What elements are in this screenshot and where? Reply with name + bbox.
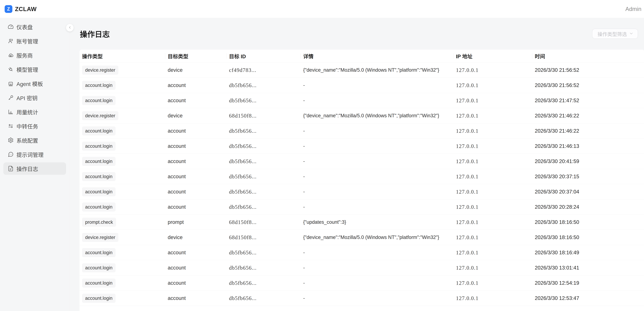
op-type-badge: device.register — [80, 66, 165, 75]
time-cell: 2026/3/30 21:47:52 — [532, 98, 644, 103]
time-cell: 2026/3/30 12:54:19 — [532, 280, 644, 286]
app-root: Z ZCLAW Admin 仪表盘账号管理服务商模型管理Agent 模板API … — [0, 0, 644, 311]
target-type-cell-text: account — [168, 128, 186, 134]
table-row: device.registerdevicecf49d783...{"device… — [80, 63, 644, 78]
op-type-badge: account.login — [80, 278, 165, 287]
user-menu[interactable]: Admin — [625, 6, 642, 12]
ip-cell-text: 127.0.0.1 — [456, 204, 478, 210]
sidebar-collapse-button[interactable] — [66, 24, 74, 32]
cloud-server-icon — [8, 52, 14, 58]
sidebar-item-服务商[interactable]: 服务商 — [3, 49, 66, 61]
content-header: 操作日志 操作类型筛选 — [70, 18, 644, 39]
sidebar-item-label: API 密钥 — [16, 94, 38, 102]
ip-cell-text: 127.0.0.1 — [456, 174, 478, 180]
ip-cell: 127.0.0.1 — [454, 189, 532, 195]
sidebar-item-仪表盘[interactable]: 仪表盘 — [3, 21, 66, 33]
time-cell-text: 2026/3/30 21:56:52 — [535, 82, 579, 88]
detail-cell: - — [300, 174, 454, 179]
sidebar-item-api-密钥[interactable]: API 密钥 — [3, 92, 66, 104]
target-type-cell: account — [165, 128, 226, 134]
table-body: device.registerdevicecf49d783...{"device… — [80, 63, 644, 306]
column-header: IP 地址 — [454, 50, 532, 62]
time-cell-text: 2026/3/30 21:46:13 — [535, 143, 579, 149]
detail-cell-text: - — [303, 128, 305, 134]
ip-cell-text: 127.0.0.1 — [456, 280, 478, 286]
target-type-cell: prompt — [165, 219, 226, 225]
ip-cell: 127.0.0.1 — [454, 173, 532, 180]
top-bar: Z ZCLAW Admin — [0, 0, 644, 18]
sidebar-item-label: 提示词管理 — [16, 151, 44, 158]
time-cell-text: 2026/3/30 12:53:47 — [535, 295, 579, 301]
page-title: 操作日志 — [80, 28, 110, 39]
target-id-cell-text: db5fb656... — [229, 295, 257, 301]
ip-cell: 127.0.0.1 — [454, 113, 532, 119]
target-id-cell: db5fb656... — [226, 173, 300, 180]
op-type-badge-text: account.login — [82, 294, 116, 303]
sidebar-item-模型管理[interactable]: 模型管理 — [3, 63, 66, 76]
target-type-cell: account — [165, 82, 226, 88]
op-type-badge: account.login — [80, 96, 165, 105]
ip-cell-text: 127.0.0.1 — [456, 143, 478, 149]
time-cell-text: 2026/3/30 18:16:49 — [535, 250, 579, 255]
detail-cell-text: {"device_name":"Mozilla/5.0 (Windows NT"… — [303, 113, 439, 118]
target-id-cell: 68d150f8... — [226, 219, 300, 225]
operation-type-filter-select[interactable]: 操作类型筛选 — [592, 29, 638, 39]
op-type-badge: account.login — [80, 157, 165, 166]
detail-cell: - — [300, 250, 454, 255]
sidebar-item-label: 系统配置 — [16, 136, 38, 144]
table-row: account.loginaccountdb5fb656...-127.0.0.… — [80, 291, 644, 306]
detail-cell-text: - — [303, 83, 305, 88]
detail-cell: - — [300, 143, 454, 149]
detail-cell-text: - — [303, 159, 305, 164]
sidebar-item-提示词管理[interactable]: 提示词管理 — [3, 148, 66, 161]
column-header: 目标 ID — [226, 50, 300, 62]
table-row: device.registerdevice68d150f8...{"device… — [80, 108, 644, 123]
time-cell: 2026/3/30 13:01:41 — [532, 265, 644, 271]
target-id-cell-text: db5fb656... — [229, 265, 257, 271]
time-cell: 2026/3/30 18:16:49 — [532, 250, 644, 255]
table-header-row: 操作类型目标类型目标 ID详情IP 地址时间 — [80, 50, 644, 63]
bot-icon — [8, 81, 14, 87]
time-cell: 2026/3/30 12:53:47 — [532, 295, 644, 301]
time-cell: 2026/3/30 21:46:22 — [532, 113, 644, 119]
detail-cell-text: - — [303, 174, 305, 179]
time-cell-text: 2026/3/30 20:37:04 — [535, 189, 579, 194]
ip-cell: 127.0.0.1 — [454, 67, 532, 73]
table-row: account.loginaccountdb5fb656...-127.0.0.… — [80, 123, 644, 139]
detail-cell: - — [300, 295, 454, 301]
detail-cell: {"device_name":"Mozilla/5.0 (Windows NT"… — [300, 235, 454, 240]
sidebar-item-用量统计[interactable]: 用量统计 — [3, 106, 66, 118]
sidebar-item-label: 模型管理 — [16, 66, 38, 73]
op-type-badge-text: account.login — [82, 187, 116, 196]
sidebar-item-label: 用量统计 — [16, 108, 38, 116]
ip-cell: 127.0.0.1 — [454, 97, 532, 104]
sidebar-item-agent-模板[interactable]: Agent 模板 — [3, 77, 66, 90]
target-id-cell-text: cf49d783... — [229, 67, 256, 73]
op-type-badge-text: account.login — [82, 263, 116, 272]
time-cell: 2026/3/30 18:16:50 — [532, 234, 644, 240]
op-type-badge-text: device.register — [82, 66, 118, 75]
sidebar-item-中转任务[interactable]: 中转任务 — [3, 120, 66, 132]
time-cell-text: 2026/3/30 20:41:59 — [535, 158, 579, 164]
target-type-cell: account — [165, 204, 226, 210]
time-cell-text: 2026/3/30 21:46:22 — [535, 113, 579, 118]
target-type-cell: account — [165, 295, 226, 301]
detail-cell: - — [300, 159, 454, 164]
plug-icon — [8, 66, 14, 72]
op-type-badge-text: account.login — [82, 248, 116, 257]
sidebar-item-系统配置[interactable]: 系统配置 — [3, 134, 66, 146]
sidebar-item-label: 服务商 — [16, 51, 33, 59]
ip-cell: 127.0.0.1 — [454, 295, 532, 301]
ip-cell: 127.0.0.1 — [454, 158, 532, 164]
target-type-cell: account — [165, 280, 226, 286]
op-type-badge: account.login — [80, 294, 165, 303]
sidebar-item-操作日志[interactable]: 操作日志 — [3, 162, 66, 175]
detail-cell: - — [300, 265, 454, 270]
key-icon — [8, 95, 14, 101]
target-type-cell-text: prompt — [168, 219, 184, 225]
sidebar-item-账号管理[interactable]: 账号管理 — [3, 35, 66, 47]
detail-cell: {"device_name":"Mozilla/5.0 (Windows NT"… — [300, 67, 454, 73]
target-type-cell: device — [165, 113, 226, 119]
target-id-cell-text: db5fb656... — [229, 128, 257, 134]
target-type-cell-text: account — [168, 143, 186, 149]
